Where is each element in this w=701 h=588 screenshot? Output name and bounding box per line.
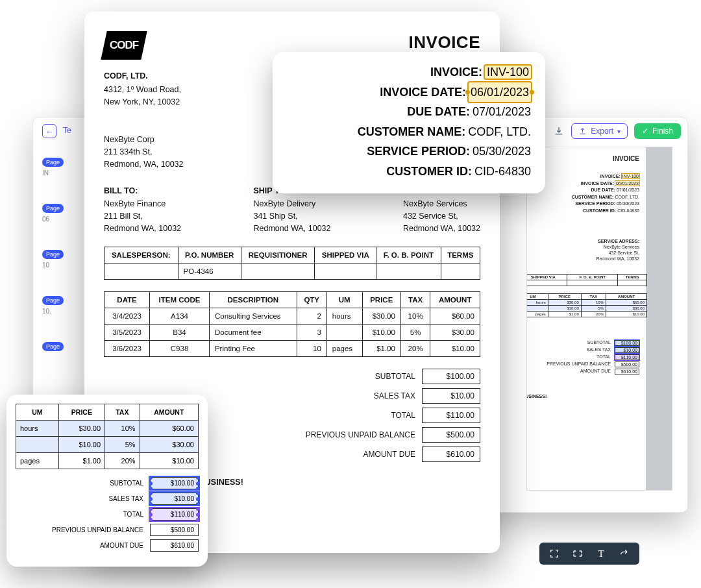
- invoice-detail-popout: INVOICE:INV-100 INVOICE DATE:06/01/2023 …: [273, 52, 545, 193]
- mini-totals: SUBTOTAL$100.00 SALES TAX$10.00 TOTAL$11…: [547, 339, 639, 376]
- highlight-invoice-number[interactable]: INV-100: [485, 66, 531, 79]
- invoice-title: INVOICE: [409, 32, 480, 53]
- back-button[interactable]: ←: [42, 124, 56, 138]
- meta-table: SALESPERSON:P.O. NUMBERREQUISITIONERSHIP…: [104, 247, 480, 280]
- return-arrow-icon[interactable]: [619, 548, 630, 559]
- mini-meta: INVOICE: INV-100INVOICE DATE: 06/01/2023…: [572, 173, 639, 214]
- fullscreen-icon[interactable]: [548, 548, 560, 559]
- export-button[interactable]: Export ▾: [571, 123, 628, 139]
- mini-thanks: YOUR BUSINESS!: [526, 394, 547, 398]
- finish-button[interactable]: ✓ Finish: [634, 123, 681, 139]
- download-icon[interactable]: [553, 125, 565, 137]
- finish-label: Finish: [652, 127, 673, 136]
- selection-total[interactable]: $110.00: [150, 508, 199, 521]
- bill-to: BILL TO:NexByte Finance211 Bill St,Redmo…: [104, 185, 181, 235]
- text-tool-icon[interactable]: T: [595, 548, 607, 559]
- company-logo: CODF: [101, 31, 147, 60]
- items-table: DATEITEM CODEDESCRIPTIONQTYUMPRICETAXAMO…: [104, 291, 480, 357]
- check-icon: ✓: [642, 127, 648, 136]
- crop-table: UMPRICETAXAMOUNT hours$30.0010%$60.00$10…: [16, 404, 199, 469]
- selection-subtotal[interactable]: $100.00: [150, 477, 199, 489]
- fit-width-icon[interactable]: [572, 548, 584, 559]
- export-label: Export: [591, 127, 613, 136]
- document-preview[interactable]: INVOICE INVOICE: INV-100INVOICE DATE: 06…: [526, 147, 672, 491]
- mini-items-table: QTYUMPRICETAXAMOUNT2hours$30.0010%$60.00…: [526, 293, 647, 317]
- chevron-down-icon: ▾: [617, 128, 621, 135]
- selection-tax[interactable]: $10.00: [150, 493, 199, 505]
- tab-label: Te: [63, 126, 71, 135]
- highlight-invoice-date[interactable]: 06/01/2023: [469, 82, 531, 103]
- scrollbar[interactable]: [646, 147, 672, 490]
- floating-toolbar: T: [539, 543, 639, 565]
- mini-title: INVOICE: [613, 155, 639, 162]
- mini-service-address: SERVICE ADRESS: NexByte Services 432 Ser…: [596, 238, 639, 262]
- mini-meta-table: NERSHIPPED VIAF. O. B. POINTTERMS10032: [526, 274, 647, 286]
- table-crop-popout: UMPRICETAXAMOUNT hours$30.0010%$60.00$10…: [6, 395, 208, 567]
- crop-totals: SUBTOTAL $100.00 SALES TAX $10.00 TOTAL …: [16, 477, 199, 552]
